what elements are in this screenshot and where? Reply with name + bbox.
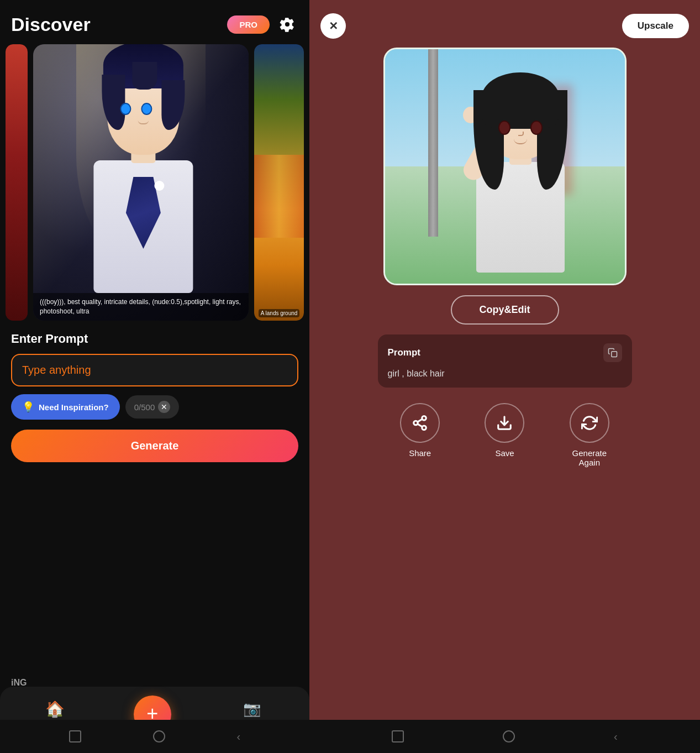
share-action[interactable]: Share bbox=[400, 403, 440, 458]
gallery-left-peek[interactable] bbox=[6, 44, 28, 321]
settings-button[interactable] bbox=[276, 13, 298, 35]
pro-button[interactable]: PRO bbox=[227, 15, 270, 34]
sys-back-icon-right[interactable]: ‹ bbox=[614, 730, 618, 743]
generate-again-button[interactable] bbox=[570, 403, 609, 443]
share-label: Share bbox=[409, 448, 431, 458]
left-panel: Discover PRO bbox=[0, 0, 309, 753]
svg-rect-0 bbox=[611, 352, 617, 357]
prompt-input-container[interactable]: Type anything bbox=[11, 354, 298, 386]
close-icon: ✕ bbox=[329, 19, 338, 33]
anime-boy-image bbox=[33, 44, 249, 321]
gallery-right-label: A lands ground bbox=[254, 310, 304, 316]
right-panel: ✕ Upscale bbox=[309, 0, 700, 753]
anime-girl-image bbox=[385, 49, 625, 284]
gear-icon bbox=[280, 17, 295, 32]
save-icon bbox=[496, 415, 513, 431]
app-title: Discover bbox=[11, 14, 91, 35]
prompt-card: Prompt girl , black hair bbox=[378, 334, 632, 388]
svg-line-5 bbox=[418, 419, 423, 422]
system-nav-left: ‹ bbox=[0, 720, 309, 753]
generate-again-action[interactable]: GenerateAgain bbox=[570, 403, 609, 467]
right-content: Copy&Edit Prompt girl , black hair bbox=[309, 48, 700, 753]
prompt-card-header: Prompt bbox=[388, 343, 622, 362]
sys-square-icon-left[interactable] bbox=[69, 730, 81, 742]
right-header: ✕ Upscale bbox=[309, 0, 700, 48]
generated-image-container bbox=[383, 48, 627, 285]
system-nav-right: ‹ bbox=[309, 720, 700, 753]
gallery-left-image bbox=[6, 44, 28, 321]
sys-square-icon-right[interactable] bbox=[392, 730, 404, 742]
inspiration-button[interactable]: 💡 Need Inspiration? bbox=[11, 394, 120, 420]
action-buttons-row: Share Save bbox=[378, 398, 632, 473]
generate-again-label: GenerateAgain bbox=[572, 448, 607, 467]
sys-back-icon-left[interactable]: ‹ bbox=[236, 730, 240, 743]
save-button[interactable] bbox=[485, 403, 524, 443]
gallery-section: (((boy))), best quality, intricate detai… bbox=[0, 44, 309, 321]
save-action[interactable]: Save bbox=[485, 403, 524, 458]
sys-circle-icon-right[interactable] bbox=[503, 730, 515, 742]
generate-button[interactable]: Generate bbox=[11, 430, 298, 462]
gallery-main-card[interactable]: (((boy))), best quality, intricate detai… bbox=[33, 44, 249, 321]
svg-line-4 bbox=[418, 424, 423, 427]
save-label: Save bbox=[495, 448, 514, 458]
share-icon bbox=[412, 415, 428, 431]
header-right: PRO bbox=[227, 13, 298, 35]
gallery-caption: (((boy))), best quality, intricate detai… bbox=[33, 293, 249, 321]
upscale-button[interactable]: Upscale bbox=[622, 14, 689, 38]
copy-prompt-button[interactable] bbox=[603, 343, 622, 362]
camera-icon: 📷 bbox=[243, 700, 261, 718]
char-count-container[interactable]: 0/500 ✕ bbox=[125, 395, 180, 419]
prompt-card-text: girl , black hair bbox=[388, 369, 622, 379]
copy-edit-button[interactable]: Copy&Edit bbox=[451, 295, 559, 325]
bulb-icon: 💡 bbox=[22, 401, 34, 413]
enter-prompt-title: Enter Prompt bbox=[11, 332, 298, 346]
clear-button[interactable]: ✕ bbox=[158, 401, 170, 413]
sys-circle-icon-left[interactable] bbox=[153, 730, 165, 742]
left-header: Discover PRO bbox=[0, 0, 309, 44]
home-icon: 🏠 bbox=[45, 700, 65, 718]
system-nav-bar: ‹ ‹ bbox=[0, 720, 700, 753]
refresh-icon bbox=[581, 415, 598, 431]
enter-prompt-section: Enter Prompt Type anything 💡 Need Inspir… bbox=[0, 321, 309, 462]
prompt-card-title: Prompt bbox=[388, 347, 421, 358]
close-button[interactable]: ✕ bbox=[320, 13, 346, 39]
gallery-right-image bbox=[254, 44, 304, 321]
copy-icon bbox=[608, 348, 618, 358]
share-button[interactable] bbox=[400, 403, 440, 443]
prompt-actions: 💡 Need Inspiration? 0/500 ✕ bbox=[11, 394, 298, 420]
girl-figure bbox=[443, 62, 598, 273]
char-count: 0/500 bbox=[134, 402, 155, 412]
prompt-placeholder: Type anything bbox=[22, 364, 91, 376]
gallery-right-peek[interactable]: A lands ground bbox=[254, 44, 304, 321]
